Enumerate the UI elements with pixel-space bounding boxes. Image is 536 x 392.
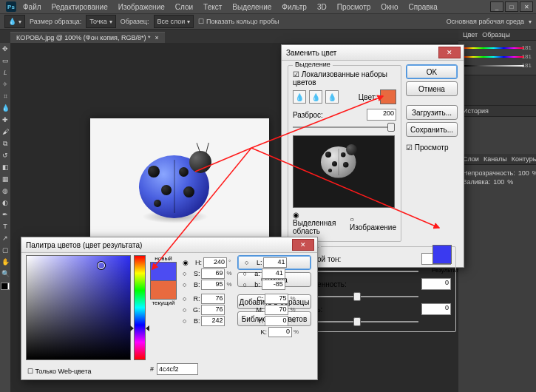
b-field[interactable]: -85 <box>262 280 285 290</box>
load-button[interactable]: Загрузить... <box>406 105 458 120</box>
radio-image[interactable]: Изображение <box>350 215 396 232</box>
radio-a[interactable] <box>242 270 246 277</box>
radio-bl[interactable] <box>183 317 186 325</box>
menu-filter[interactable]: Фильтр <box>278 3 311 11</box>
result-swatch[interactable] <box>432 245 452 264</box>
c-field[interactable]: 75 <box>265 294 288 304</box>
web-only-check[interactable]: Только Web-цвета <box>27 368 92 375</box>
m-field[interactable]: 70 <box>265 305 288 315</box>
tool-preset[interactable]: 💧▾ <box>4 15 25 28</box>
r-field[interactable]: 76 <box>201 294 225 304</box>
tab-layers[interactable]: Слои <box>463 155 479 163</box>
wand-tool[interactable]: ✧ <box>0 78 10 90</box>
lasso-tool[interactable]: 𝘓 <box>0 67 10 78</box>
radio-g[interactable] <box>183 306 186 314</box>
hex-field[interactable] <box>157 363 198 375</box>
source-color-swatch[interactable] <box>380 89 396 104</box>
sample-size-select[interactable]: Точка▾ <box>86 15 115 28</box>
gradient-tool[interactable]: ▦ <box>0 173 10 185</box>
s-field[interactable]: 69 <box>201 268 225 279</box>
save-button[interactable]: Сохранить... <box>406 122 458 137</box>
light-field[interactable]: 0 <box>421 303 451 315</box>
preview-check[interactable]: Просмотр <box>406 143 458 152</box>
radio-s[interactable] <box>183 270 186 277</box>
type-tool[interactable]: T <box>0 220 10 232</box>
radio-r[interactable] <box>183 295 186 303</box>
tab-color[interactable]: Цвет <box>463 31 478 38</box>
h-field[interactable]: 240 <box>203 257 227 268</box>
sat-field[interactable]: 0 <box>421 278 451 290</box>
eyedropper-plus-icon[interactable]: 💧 <box>309 90 322 104</box>
eyedropper-tool[interactable]: 💧 <box>0 102 10 114</box>
doc-tab[interactable]: КОРОВА.jpg @ 100% (Фон копия, RGB/8*) *× <box>10 32 165 43</box>
heal-tool[interactable]: ✚ <box>0 114 10 126</box>
dodge-tool[interactable]: ◐ <box>0 197 10 209</box>
radio-selection[interactable]: Выделенная область <box>293 211 341 235</box>
fuzziness-field[interactable]: 200 <box>367 109 396 121</box>
close-icon[interactable]: ✕ <box>438 47 461 58</box>
stamp-tool[interactable]: ⧉ <box>0 138 10 149</box>
radio-l[interactable] <box>245 259 248 266</box>
menu-image[interactable]: Изображение <box>115 3 169 11</box>
localized-check[interactable]: Локализованные наборы цветов <box>293 70 387 87</box>
history-brush-tool[interactable]: ↺ <box>0 149 10 161</box>
k-field[interactable]: 0 <box>268 327 292 337</box>
eyedropper-icon[interactable]: 💧 <box>293 90 306 104</box>
selection-preview <box>293 135 395 208</box>
color-label: Цвет: <box>359 93 377 101</box>
move-tool[interactable]: ✥ <box>0 43 10 55</box>
menu-help[interactable]: Справка <box>405 3 441 11</box>
marquee-tool[interactable]: ▭ <box>0 55 10 67</box>
hue-strip[interactable] <box>134 255 146 360</box>
crop-tool[interactable]: ⌗ <box>0 90 10 102</box>
eyedropper-minus-icon[interactable]: 💧 <box>325 90 339 104</box>
new-label: новый <box>150 255 177 262</box>
menu-select[interactable]: Выделение <box>228 3 275 11</box>
bl-field[interactable]: 242 <box>201 316 225 326</box>
y-field[interactable]: 0 <box>265 316 288 326</box>
close-icon[interactable]: × <box>155 34 158 41</box>
close-button[interactable]: ✕ <box>520 1 533 12</box>
eraser-tool[interactable]: ◧ <box>0 161 10 173</box>
menu-view[interactable]: Просмотр <box>333 3 375 11</box>
brush-tool[interactable]: 🖌 <box>0 126 10 138</box>
radio-bb[interactable] <box>242 281 246 288</box>
swatches[interactable] <box>1 283 10 290</box>
radio-h[interactable] <box>183 259 189 266</box>
canvas[interactable] <box>90 118 269 253</box>
path-tool[interactable]: ↗ <box>0 232 10 244</box>
radio-b[interactable] <box>183 281 186 288</box>
hand-tool[interactable]: ✋ <box>0 256 10 268</box>
menu-layer[interactable]: Слои <box>172 3 197 11</box>
g-field[interactable]: 76 <box>201 305 225 315</box>
a-field[interactable]: 41 <box>262 268 285 279</box>
menu-window[interactable]: Окно <box>377 3 401 11</box>
blur-tool[interactable]: ◍ <box>0 185 10 197</box>
sample-select[interactable]: Все слои▾ <box>154 15 194 28</box>
cancel-button[interactable]: Отмена <box>406 81 458 96</box>
bv-field[interactable]: 95 <box>201 280 225 290</box>
zoom-tool[interactable]: 🔍 <box>0 268 10 280</box>
close-icon[interactable]: ✕ <box>292 239 314 251</box>
menu-edit[interactable]: Редактирование <box>48 3 112 11</box>
show-ring-check[interactable]: Показать кольцо пробы <box>198 18 279 25</box>
l-field[interactable]: 41 <box>263 257 287 268</box>
ladybug-image <box>132 141 228 229</box>
menu-3d[interactable]: 3D <box>313 3 330 11</box>
current-color-swatch[interactable] <box>150 281 177 300</box>
pen-tool[interactable]: ✒ <box>0 209 10 220</box>
menu-type[interactable]: Текст <box>200 3 225 11</box>
tab-swatches[interactable]: Образцы <box>482 31 510 38</box>
max-button[interactable]: □ <box>505 1 518 12</box>
tab-history[interactable]: История <box>463 107 489 115</box>
doc-tab-bar: КОРОВА.jpg @ 100% (Фон копия, RGB/8*) *× <box>0 30 536 43</box>
tab-channels[interactable]: Каналы <box>484 155 507 163</box>
menu-file[interactable]: Файл <box>19 3 45 11</box>
shape-tool[interactable]: ▢ <box>0 244 10 256</box>
tab-paths[interactable]: Контуры <box>512 155 536 163</box>
color-field[interactable] <box>26 255 131 360</box>
fuzziness-slider[interactable] <box>293 122 393 132</box>
workspace-label[interactable]: Основная рабочая среда <box>447 18 524 25</box>
min-button[interactable]: _ <box>490 1 503 12</box>
ok-button[interactable]: OK <box>406 64 458 79</box>
